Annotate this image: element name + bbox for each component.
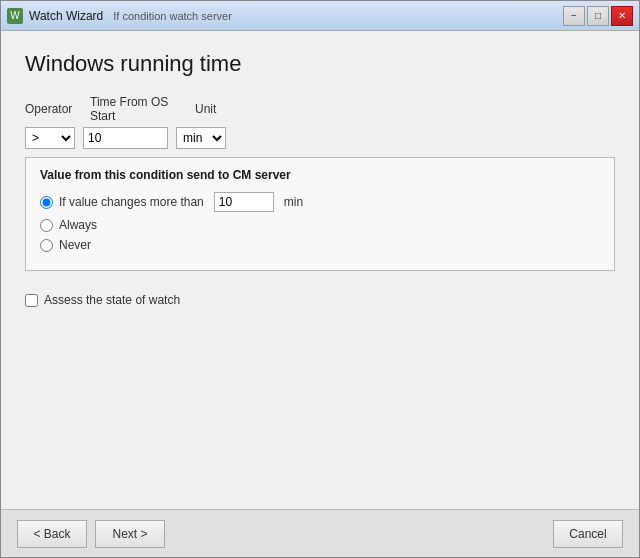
radio-never[interactable] bbox=[40, 239, 53, 252]
bottom-bar-left: < Back Next > bbox=[17, 520, 165, 548]
maximize-button[interactable]: □ bbox=[587, 6, 609, 26]
field-headers: Operator Time From OS Start Unit bbox=[25, 95, 615, 123]
operator-header: Operator bbox=[25, 102, 90, 116]
operator-time-unit-row: > < >= <= = min sec hr bbox=[25, 127, 615, 149]
page-title: Windows running time bbox=[25, 51, 615, 77]
title-bar: W Watch Wizard If condition watch server… bbox=[1, 1, 639, 31]
app-icon: W bbox=[7, 8, 23, 24]
back-button[interactable]: < Back bbox=[17, 520, 87, 548]
if-value-changes-input[interactable] bbox=[214, 192, 274, 212]
radio-label-never: Never bbox=[59, 238, 91, 252]
unit-select[interactable]: min sec hr bbox=[176, 127, 226, 149]
if-value-changes-unit: min bbox=[284, 195, 303, 209]
radio-row-if-value-changes: If value changes more than min bbox=[40, 192, 600, 212]
window-title: Watch Wizard bbox=[29, 9, 103, 23]
condition-box-title: Value from this condition send to CM ser… bbox=[40, 168, 600, 182]
time-header: Time From OS Start bbox=[90, 95, 195, 123]
operator-select[interactable]: > < >= <= = bbox=[25, 127, 75, 149]
assess-state-checkbox[interactable] bbox=[25, 294, 38, 307]
bottom-bar: < Back Next > Cancel bbox=[1, 509, 639, 557]
condition-box: Value from this condition send to CM ser… bbox=[25, 157, 615, 271]
close-button[interactable]: ✕ bbox=[611, 6, 633, 26]
radio-if-value-changes[interactable] bbox=[40, 196, 53, 209]
time-from-os-start-input[interactable] bbox=[83, 127, 168, 149]
radio-row-never: Never bbox=[40, 238, 600, 252]
radio-always[interactable] bbox=[40, 219, 53, 232]
radio-row-always: Always bbox=[40, 218, 600, 232]
radio-label-always: Always bbox=[59, 218, 97, 232]
title-bar-left: W Watch Wizard If condition watch server bbox=[7, 8, 232, 24]
cancel-button[interactable]: Cancel bbox=[553, 520, 623, 548]
unit-header: Unit bbox=[195, 102, 216, 116]
next-button[interactable]: Next > bbox=[95, 520, 165, 548]
minimize-button[interactable]: − bbox=[563, 6, 585, 26]
window-subtitle: If condition watch server bbox=[113, 10, 232, 22]
content-area: Windows running time Operator Time From … bbox=[1, 31, 639, 509]
main-window: W Watch Wizard If condition watch server… bbox=[0, 0, 640, 558]
assess-checkbox-row: Assess the state of watch bbox=[25, 293, 615, 307]
assess-state-label: Assess the state of watch bbox=[44, 293, 180, 307]
title-bar-controls: − □ ✕ bbox=[563, 6, 633, 26]
radio-label-if-value-changes: If value changes more than bbox=[59, 195, 204, 209]
